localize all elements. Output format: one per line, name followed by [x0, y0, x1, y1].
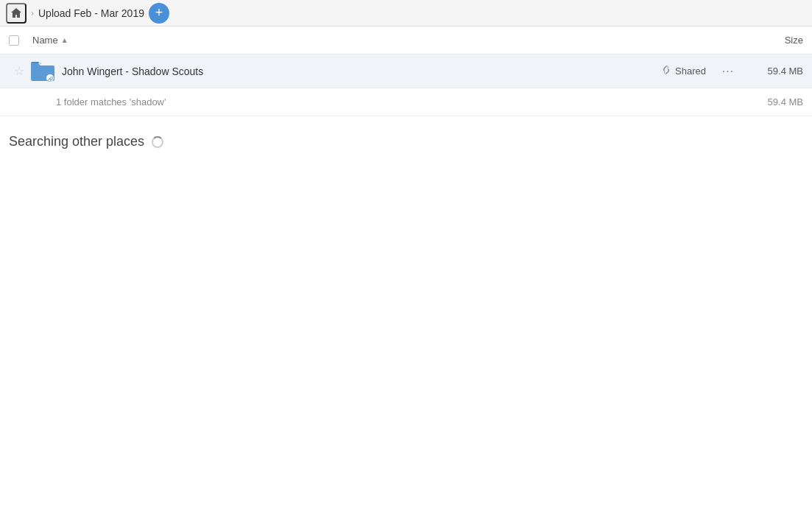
- file-size: 59.4 MB: [744, 66, 803, 77]
- size-column-label: Size: [785, 35, 803, 46]
- star-icon: ☆: [14, 64, 24, 78]
- size-column-header[interactable]: Size: [744, 35, 803, 46]
- breadcrumb-title: Upload Feb - Mar 2019: [38, 7, 144, 19]
- folder-icon: 🔗: [31, 61, 54, 82]
- star-button[interactable]: ☆: [9, 64, 29, 78]
- home-button[interactable]: [6, 3, 27, 24]
- shared-badge: Shared: [661, 65, 706, 77]
- home-icon: [10, 7, 22, 19]
- searching-text: Searching other places: [9, 134, 144, 149]
- top-bar: › Upload Feb - Mar 2019 +: [0, 0, 812, 26]
- match-size: 59.4 MB: [744, 96, 803, 107]
- breadcrumb-separator: ›: [31, 8, 34, 18]
- name-column-header[interactable]: Name ▲: [32, 35, 744, 46]
- add-button[interactable]: +: [149, 3, 169, 24]
- shared-label: Shared: [675, 66, 706, 77]
- more-options-button[interactable]: ···: [718, 61, 738, 82]
- column-header: Name ▲ Size: [0, 26, 812, 54]
- checkbox-unchecked: [9, 35, 19, 46]
- sort-arrow-icon: ▲: [61, 36, 68, 44]
- file-row[interactable]: ☆ 🔗 John Wingert - Shadow Scouts Shared …: [0, 54, 812, 88]
- folder-icon-wrap: 🔗: [29, 58, 56, 85]
- loading-spinner: [152, 136, 163, 148]
- match-text: 1 folder matches 'shadow': [56, 96, 744, 107]
- match-row: 1 folder matches 'shadow' 59.4 MB: [0, 88, 812, 116]
- file-name: John Wingert - Shadow Scouts: [62, 66, 661, 77]
- select-all-checkbox[interactable]: [9, 35, 32, 46]
- chain-link-icon: [661, 65, 671, 75]
- link-icon: [661, 65, 671, 77]
- name-column-label: Name: [32, 35, 58, 46]
- svg-text:🔗: 🔗: [47, 76, 54, 82]
- more-icon: ···: [722, 65, 734, 78]
- searching-section: Searching other places: [0, 116, 812, 149]
